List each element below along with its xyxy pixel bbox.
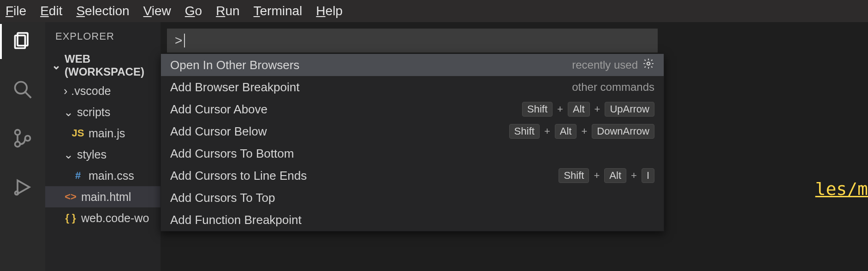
hint-recently-used: recently used (572, 59, 638, 71)
command-label: Add Cursors To Bottom (170, 147, 294, 161)
text-cursor (184, 34, 185, 47)
file-type-icon: JS (71, 127, 85, 139)
command-palette-item[interactable]: Add Cursors To Bottom (161, 142, 664, 165)
keycap: Alt (555, 124, 577, 139)
keycap: DownArrow (592, 124, 654, 139)
command-right: Shift+Alt+DownArrow (509, 124, 654, 139)
menu-file[interactable]: File (6, 4, 26, 18)
sidebar-section-header[interactable]: ⌄ WEB (WORKSPACE) (45, 51, 161, 80)
command-right: recently used (572, 58, 654, 72)
key-plus: + (557, 103, 563, 115)
keycap: Alt (568, 102, 590, 117)
tree-item-label: scripts (77, 106, 110, 119)
command-palette-item[interactable]: Add Cursor AboveShift+Alt+UpArrow (161, 98, 664, 120)
command-right: other commands (572, 81, 654, 94)
command-palette-item[interactable]: Add Browser Breakpointother commands (161, 76, 664, 98)
editor-area: > Open In Other Browsersrecently usedAdd… (161, 22, 868, 271)
command-right: Shift+Alt+UpArrow (522, 102, 654, 117)
file-row[interactable]: #main.css (45, 165, 161, 186)
editor-code-fragment: les/m (815, 179, 868, 199)
chevron-down-icon: ⌄ (64, 106, 73, 119)
tree-item-label: .vscode (71, 84, 111, 98)
file-row[interactable]: <>main.html (45, 186, 161, 207)
chevron-right-icon: › (64, 84, 67, 98)
keycap: I (642, 168, 654, 183)
activitybar (0, 22, 45, 271)
command-palette-item[interactable]: Add Function Breakpoint (161, 209, 664, 231)
activity-source-control[interactable] (0, 128, 45, 150)
menu-selection[interactable]: Selection (76, 4, 129, 18)
file-type-icon: <> (64, 191, 77, 203)
file-row[interactable]: JSmain.js (45, 123, 161, 144)
file-type-icon: # (71, 170, 85, 182)
menu-view[interactable]: View (143, 4, 171, 18)
folder-row[interactable]: ›.vscode (45, 80, 161, 101)
command-palette-prefix: > (175, 33, 182, 48)
tree-item-label: styles (77, 148, 107, 161)
menu-go[interactable]: Go (185, 4, 202, 18)
source-control-icon (12, 128, 33, 150)
gear-icon[interactable] (642, 58, 654, 72)
search-icon (12, 79, 33, 101)
command-label: Add Cursor Below (170, 124, 267, 139)
tree-item-label: web.code-wo (81, 212, 149, 225)
menu-terminal[interactable]: Terminal (254, 4, 303, 18)
svg-point-5 (15, 141, 20, 147)
activity-run-debug[interactable] (0, 177, 45, 199)
key-plus: + (544, 125, 550, 137)
svg-point-9 (647, 62, 650, 65)
keycap: Shift (509, 124, 540, 139)
keycap: Alt (604, 168, 626, 183)
explorer-sidebar: EXPLORER ⌄ WEB (WORKSPACE) ›.vscode⌄scri… (45, 22, 161, 271)
keycap: UpArrow (605, 102, 654, 117)
command-right: Shift+Alt+I (559, 168, 654, 183)
svg-point-8 (15, 191, 18, 194)
menu-edit[interactable]: Edit (40, 4, 62, 18)
menu-help[interactable]: Help (316, 4, 343, 18)
command-label: Open In Other Browsers (170, 58, 299, 72)
command-label: Add Browser Breakpoint (170, 80, 299, 94)
activity-explorer[interactable] (0, 30, 45, 53)
chevron-down-icon: ⌄ (52, 59, 61, 72)
key-plus: + (631, 170, 637, 182)
keycap: Shift (559, 168, 589, 183)
command-palette-input[interactable]: > (167, 29, 658, 53)
svg-point-4 (15, 130, 20, 135)
hint-other-commands: other commands (572, 81, 654, 94)
file-row[interactable]: { }web.code-wo (45, 207, 161, 229)
command-label: Add Function Breakpoint (170, 213, 302, 227)
tree-item-label: main.html (81, 190, 131, 204)
chevron-down-icon: ⌄ (64, 148, 73, 161)
key-plus: + (595, 103, 600, 115)
file-tree: ›.vscode⌄scriptsJSmain.js⌄styles#main.cs… (45, 80, 161, 229)
tree-item-label: main.js (89, 127, 125, 140)
svg-point-2 (15, 82, 27, 94)
key-plus: + (581, 125, 587, 137)
sidebar-title: EXPLORER (45, 22, 161, 51)
folder-row[interactable]: ⌄scripts (45, 101, 161, 123)
activity-search[interactable] (0, 79, 45, 101)
menubar: File Edit Selection View Go Run Terminal… (0, 0, 868, 22)
command-label: Add Cursors To Top (170, 191, 275, 205)
command-palette-item[interactable]: Add Cursors to Line EndsShift+Alt+I (161, 165, 664, 187)
explorer-icon (12, 30, 33, 53)
keycap: Shift (522, 102, 553, 117)
svg-marker-7 (18, 180, 30, 194)
command-palette-list: Open In Other Browsersrecently usedAdd B… (161, 53, 664, 231)
file-type-icon: { } (64, 212, 77, 224)
command-palette-item[interactable]: Open In Other Browsersrecently used (161, 54, 664, 76)
tree-item-label: main.css (89, 169, 134, 183)
command-label: Add Cursors to Line Ends (170, 169, 307, 183)
key-plus: + (594, 170, 600, 182)
command-label: Add Cursor Above (170, 102, 268, 117)
command-palette: > Open In Other Browsersrecently usedAdd… (161, 22, 664, 231)
run-debug-icon (12, 177, 33, 199)
svg-line-3 (25, 92, 31, 98)
sidebar-section-label: WEB (WORKSPACE) (65, 53, 157, 78)
folder-row[interactable]: ⌄styles (45, 144, 161, 165)
menu-run[interactable]: Run (216, 4, 239, 18)
command-palette-item[interactable]: Add Cursor BelowShift+Alt+DownArrow (161, 120, 664, 142)
command-palette-item[interactable]: Add Cursors To Top (161, 187, 664, 209)
